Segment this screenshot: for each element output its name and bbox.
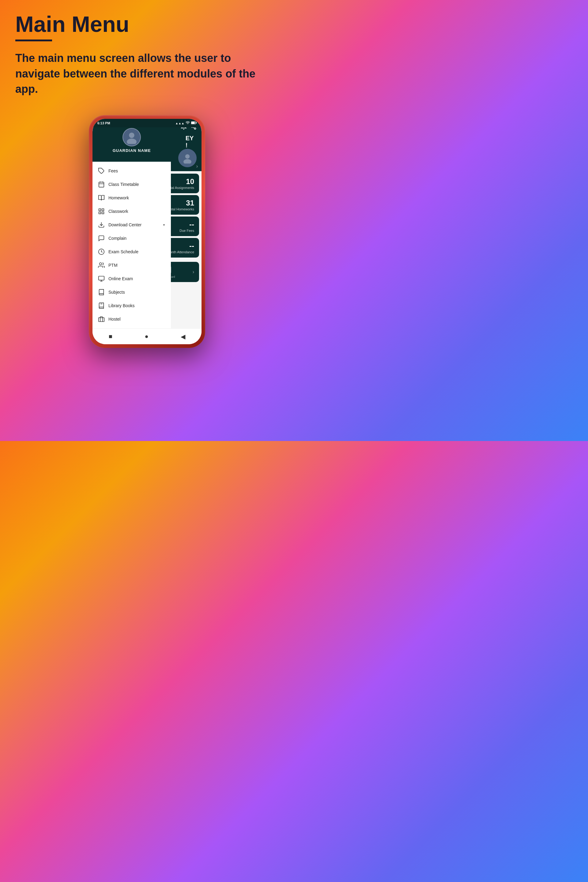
subjects-label: Subjects <box>108 290 165 295</box>
menu-item-complain[interactable]: Complain <box>93 231 171 245</box>
complain-icon <box>98 235 105 242</box>
homeworks-label: Total Homeworks <box>168 207 194 211</box>
svg-point-5 <box>185 154 190 159</box>
exam-schedule-label: Exam Schedule <box>108 249 165 254</box>
phone-screen: 0 <box>93 119 201 344</box>
bottom-navigation: ■ ● ◀ <box>93 328 201 344</box>
drawer-items-list: Fees Class Timetable Homework <box>93 162 171 344</box>
drawer-avatar <box>123 128 141 146</box>
homeworks-number: 31 <box>168 199 194 207</box>
assignments-label: Total Assignments <box>167 186 194 190</box>
svg-rect-33 <box>99 318 104 322</box>
drawer-menu: GUARDIAN NAME Fees Class Timetable <box>93 119 171 344</box>
download-center-label: Download Center <box>108 222 159 227</box>
menu-item-fees[interactable]: Fees <box>93 164 171 178</box>
status-time: 6:13 PM <box>98 121 110 125</box>
nav-square[interactable]: ■ <box>109 333 112 340</box>
homework-icon <box>98 195 105 201</box>
download-center-icon <box>98 221 105 228</box>
svg-point-2 <box>195 128 196 129</box>
class-timetable-label: Class Timetable <box>108 182 165 187</box>
page-wrapper: Main Menu The main menu screen allows th… <box>0 0 294 348</box>
ptm-label: PTM <box>108 263 165 268</box>
menu-item-library-books[interactable]: Library Books <box>93 299 171 312</box>
menu-item-homework[interactable]: Homework <box>93 191 171 205</box>
classwork-icon <box>98 208 105 214</box>
exam-schedule-icon <box>98 248 105 255</box>
online-exam-icon <box>98 275 105 282</box>
complain-label: Complain <box>108 236 165 241</box>
assignments-number: 10 <box>167 177 194 186</box>
signal-icon: ▲▲▲ <box>175 122 184 125</box>
library-books-label: Library Books <box>108 303 165 308</box>
classwork-label: Classwork <box>108 209 165 214</box>
svg-point-16 <box>127 138 136 144</box>
avatar-image <box>125 130 138 144</box>
nav-circle[interactable]: ● <box>144 333 148 340</box>
svg-rect-22 <box>99 209 101 211</box>
greeting-text: EY ! <box>186 135 194 149</box>
fees-icon <box>98 168 105 174</box>
svg-rect-24 <box>102 212 104 214</box>
download-center-arrow: ▼ <box>162 223 165 226</box>
svg-point-15 <box>129 133 135 138</box>
menu-item-subjects[interactable]: Subjects <box>93 285 171 299</box>
phone-mockup: 0 <box>15 115 279 348</box>
class-timetable-icon <box>98 181 105 188</box>
menu-item-online-exam[interactable]: Online Exam <box>93 272 171 285</box>
phone-frame: 0 <box>89 115 205 348</box>
drawer-guardian-name: GUARDIAN NAME <box>113 148 151 153</box>
title-underline <box>15 39 52 41</box>
menu-item-hostel[interactable]: Hostel <box>93 312 171 326</box>
svg-rect-14 <box>191 122 195 124</box>
page-title: Main Menu <box>15 12 279 36</box>
menu-item-ptm[interactable]: PTM <box>93 258 171 272</box>
card-chevron[interactable]: › <box>193 269 194 275</box>
fees-label: Fees <box>108 168 165 173</box>
nav-arrow[interactable]: › <box>196 164 198 169</box>
hostel-label: Hostel <box>108 316 165 322</box>
library-books-icon <box>98 302 105 309</box>
subjects-icon <box>98 289 105 296</box>
menu-item-class-timetable[interactable]: Class Timetable <box>93 178 171 191</box>
homework-label: Homework <box>108 195 165 200</box>
status-bar: 6:13 PM ▲▲▲ <box>93 119 201 128</box>
menu-item-download-center[interactable]: Download Center ▼ <box>93 218 171 231</box>
fees-label: Due Fees <box>180 229 194 232</box>
menu-item-exam-schedule[interactable]: Exam Schedule <box>93 245 171 258</box>
status-icons: ▲▲▲ <box>175 121 196 126</box>
svg-rect-12 <box>196 122 196 124</box>
nav-back[interactable]: ◀ <box>181 333 185 340</box>
ptm-icon <box>98 262 105 268</box>
hostel-icon <box>98 316 105 322</box>
fees-number: -- <box>180 220 194 229</box>
page-description: The main menu screen allows the user to … <box>15 51 279 97</box>
menu-item-classwork[interactable]: Classwork <box>93 205 171 218</box>
svg-rect-23 <box>102 209 104 211</box>
battery-icon <box>191 121 196 125</box>
user-avatar-bg <box>178 149 196 167</box>
svg-rect-18 <box>99 182 104 188</box>
svg-point-6 <box>183 159 191 164</box>
svg-point-28 <box>99 263 102 265</box>
online-exam-label: Online Exam <box>108 276 165 281</box>
wifi-icon <box>186 121 190 126</box>
svg-rect-25 <box>99 212 101 214</box>
svg-rect-29 <box>99 276 104 280</box>
